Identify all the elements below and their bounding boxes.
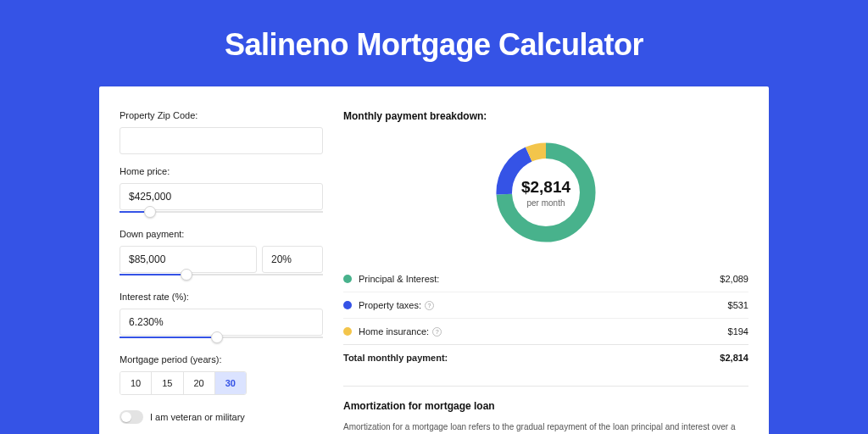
down-payment-slider[interactable] [120, 271, 323, 280]
veteran-row: I am veteran or military [120, 410, 323, 424]
info-icon[interactable]: ? [432, 327, 442, 337]
interest-rate-group: Interest rate (%): [120, 292, 323, 342]
donut-center: $2,814 per month [491, 137, 601, 248]
period-label: Mortgage period (years): [120, 354, 323, 364]
calculator-card: Property Zip Code: Home price: Down paym… [99, 86, 769, 434]
period-buttons: 10152030 [120, 371, 247, 395]
total-row: Total monthly payment: $2,814 [343, 344, 748, 370]
form-column: Property Zip Code: Home price: Down paym… [120, 110, 323, 419]
hero: Salineno Mortgage Calculator [0, 0, 868, 63]
interest-rate-input[interactable] [120, 309, 323, 336]
legend-value: $2,089 [720, 274, 748, 284]
down-payment-label: Down payment: [120, 229, 323, 239]
results-column: Monthly payment breakdown: $2,814 per mo… [343, 110, 748, 419]
period-option-20[interactable]: 20 [184, 372, 215, 394]
total-label: Total monthly payment: [343, 353, 720, 363]
legend-label: Property taxes:? [359, 300, 728, 310]
amortization-title: Amortization for mortgage loan [343, 400, 748, 412]
veteran-label: I am veteran or military [150, 412, 245, 422]
donut-amount: $2,814 [521, 178, 570, 197]
legend-value: $194 [728, 326, 748, 337]
donut-sub: per month [526, 198, 565, 208]
legend-label: Home insurance:? [359, 326, 728, 337]
legend-value: $531 [728, 300, 748, 310]
down-payment-pct-input[interactable] [262, 246, 323, 273]
legend-row: Property taxes:?$531 [343, 292, 748, 319]
zip-input[interactable] [120, 127, 323, 154]
interest-rate-label: Interest rate (%): [120, 292, 323, 302]
period-option-10[interactable]: 10 [120, 372, 152, 394]
legend-label: Principal & Interest: [359, 274, 720, 284]
legend-dot-icon [343, 327, 352, 336]
info-icon[interactable]: ? [425, 301, 434, 310]
legend-row: Home insurance:?$194 [343, 319, 748, 344]
amortization-text: Amortization for a mortgage loan refers … [343, 420, 748, 434]
donut-area: $2,814 per month [343, 137, 748, 248]
period-option-15[interactable]: 15 [152, 372, 183, 394]
breakdown-title: Monthly payment breakdown: [343, 110, 748, 122]
donut-chart: $2,814 per month [491, 137, 601, 248]
page-title: Salineno Mortgage Calculator [0, 27, 868, 63]
period-group: Mortgage period (years): 10152030 [120, 354, 323, 395]
legend-dot-icon [343, 275, 352, 283]
zip-group: Property Zip Code: [120, 110, 323, 154]
veteran-toggle[interactable] [120, 410, 143, 424]
legend-dot-icon [343, 301, 352, 309]
total-value: $2,814 [720, 353, 748, 363]
legend-row: Principal & Interest:$2,089 [343, 266, 748, 292]
down-payment-group: Down payment: [120, 229, 323, 280]
amortization-section: Amortization for mortgage loan Amortizat… [343, 386, 748, 434]
home-price-group: Home price: [120, 166, 323, 217]
legend: Principal & Interest:$2,089Property taxe… [343, 266, 748, 344]
zip-label: Property Zip Code: [120, 110, 323, 120]
home-price-slider[interactable] [120, 209, 323, 217]
home-price-label: Home price: [120, 166, 323, 176]
period-option-30[interactable]: 30 [215, 372, 246, 394]
interest-rate-slider[interactable] [120, 334, 323, 342]
